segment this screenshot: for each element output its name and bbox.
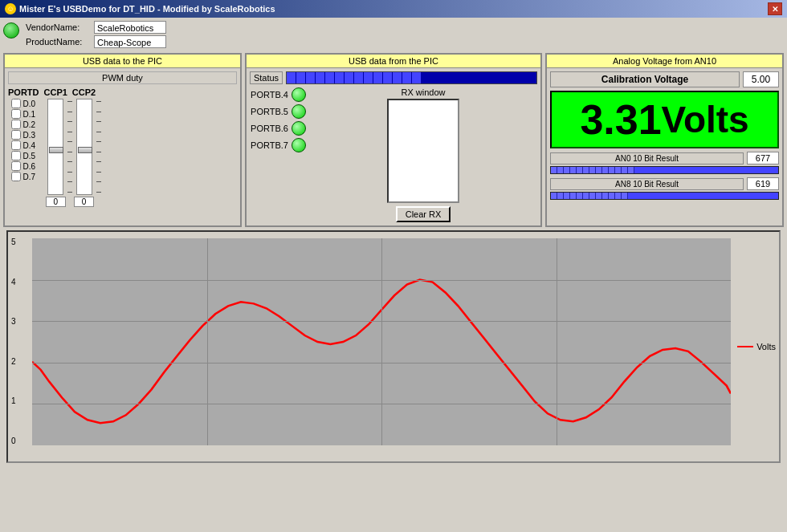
close-button[interactable]: ✕ — [768, 2, 782, 15]
portb5-label: PORTB.5 — [250, 107, 288, 116]
progress-segment — [615, 193, 622, 199]
progress-segment — [577, 193, 583, 199]
ccp1-label: CCP1 — [44, 87, 67, 97]
progress-segment — [602, 167, 609, 173]
rx-label: RX window — [401, 87, 445, 97]
ccp2-slider-thumb[interactable] — [78, 147, 92, 153]
ccp1-slider-thumb[interactable] — [49, 147, 63, 153]
window-title: Mister E's USBDemo for DT_HID - Modified… — [19, 4, 275, 14]
y-label-3: 3 — [11, 318, 16, 326]
progress-segment — [570, 167, 577, 173]
status-label: Status — [250, 71, 283, 84]
progress-segment — [564, 193, 570, 199]
portd-d4-check[interactable] — [11, 140, 21, 150]
usb-from-pic-panel: USB data from the PIC Status — [245, 53, 542, 227]
portd-label: PORTD — [8, 87, 39, 97]
ccp2-slider-container: 0 — [74, 99, 94, 207]
an0-progress — [550, 166, 779, 174]
analog-header: Analog Voltage from AN10 — [547, 55, 782, 68]
clear-rx-button[interactable]: Clear RX — [396, 206, 451, 222]
y-label-2: 2 — [11, 358, 16, 366]
portd-d6-check[interactable] — [11, 161, 21, 171]
top-info: VendorName: ScaleRobotics ProductName: C… — [3, 21, 784, 50]
progress-segment — [589, 167, 596, 173]
progress-segment — [615, 167, 622, 173]
portb7-led — [292, 138, 306, 152]
portb4-label: PORTB.4 — [250, 90, 288, 99]
ccp2-group: CCP2 — [72, 87, 96, 207]
portb6-label: PORTB.6 — [250, 124, 288, 133]
rx-textarea[interactable] — [387, 99, 459, 203]
product-label: ProductName: — [26, 37, 94, 47]
usb-to-pic-header: USB data to the PIC — [5, 55, 240, 68]
panels-row: USB data to the PIC PWM duty PORTD D.0 D… — [3, 53, 784, 227]
portd-group: PORTD D.0 D.1 D.2 D.3 D.4 D.5 D.6 D.7 — [8, 87, 39, 207]
an8-row: AN8 10 Bit Result 619 — [550, 177, 779, 190]
ccp2-label: CCP2 — [72, 87, 96, 97]
progress-segment — [628, 167, 634, 173]
progress-segment — [570, 193, 577, 199]
progress-segment — [596, 193, 602, 199]
progress-segment — [589, 193, 596, 199]
ccp1-value: 0 — [46, 197, 66, 207]
chart-inner — [32, 238, 731, 445]
y-label-4: 4 — [11, 278, 16, 286]
voltage-unit: Volts — [662, 101, 749, 138]
product-value: Cheap-Scope — [94, 35, 166, 48]
analog-panel: Analog Voltage from AN10 Calibration Vol… — [545, 53, 784, 227]
progress-segment — [596, 167, 602, 173]
connection-light — [3, 22, 19, 39]
progress-segment — [557, 193, 564, 199]
progress-segment — [622, 193, 628, 199]
portd-d0-check[interactable] — [11, 99, 21, 108]
progress-segment — [557, 167, 564, 173]
chart-legend: Volts — [737, 342, 776, 351]
an8-value: 619 — [747, 177, 779, 190]
app-icon: ☺ — [5, 3, 16, 14]
progress-segment — [564, 167, 570, 173]
progress-segment — [602, 193, 609, 199]
portd-d7-check[interactable] — [11, 172, 21, 181]
portd-checkboxes: D.0 D.1 D.2 D.3 D.4 D.5 D.6 D.7 — [11, 99, 35, 181]
legend-label: Volts — [756, 342, 776, 351]
status-row: Status — [250, 71, 537, 84]
progress-segment — [622, 167, 628, 173]
progress-segment — [609, 167, 615, 173]
main-content: VendorName: ScaleRobotics ProductName: C… — [0, 18, 787, 532]
portd-d5-check[interactable] — [11, 151, 21, 160]
ccp2-value: 0 — [74, 197, 94, 207]
progress-segment — [577, 167, 583, 173]
calib-row: Calibration Voltage 5.00 — [550, 71, 779, 87]
progress-segment — [583, 167, 589, 173]
pwm-label: PWM duty — [8, 71, 237, 84]
title-bar: ☺ Mister E's USBDemo for DT_HID - Modifi… — [0, 0, 787, 18]
usb-to-pic-panel: USB data to the PIC PWM duty PORTD D.0 D… — [3, 53, 242, 227]
usb-from-pic-header: USB data from the PIC — [247, 55, 540, 68]
ccp1-slider-track — [47, 99, 63, 195]
an8-progress — [550, 192, 779, 200]
an0-row: AN0 10 Bit Result 677 — [550, 152, 779, 164]
y-axis-labels: 5 4 3 2 1 0 — [11, 238, 16, 445]
voltage-number: 3.31 — [580, 99, 661, 140]
portd-d1-check[interactable] — [11, 109, 21, 119]
progress-segment — [583, 193, 589, 199]
portb4-led — [292, 87, 306, 102]
an0-label: AN0 10 Bit Result — [550, 152, 744, 164]
chart-area: 5 4 3 2 1 0 V — [6, 230, 781, 463]
rx-window-section: RX window Clear RX — [309, 87, 537, 222]
calib-value: 5.00 — [743, 71, 779, 87]
portb5-led — [292, 104, 306, 119]
vendor-value: ScaleRobotics — [94, 21, 166, 34]
progress-segment — [551, 193, 557, 199]
info-labels: VendorName: ScaleRobotics ProductName: C… — [26, 21, 166, 50]
portb6-led — [292, 121, 306, 136]
an0-value: 677 — [747, 152, 779, 164]
portb-column: PORTB.4 PORTB.5 PORTB.6 PORTB.7 — [250, 87, 306, 222]
progress-segment — [609, 193, 615, 199]
y-label-1: 1 — [11, 397, 16, 405]
portd-d3-check[interactable] — [11, 130, 21, 140]
portd-d2-check[interactable] — [11, 120, 21, 129]
portb7-label: PORTB.7 — [250, 140, 288, 150]
calib-label: Calibration Voltage — [550, 71, 740, 87]
voltage-display: 3.31 Volts — [550, 91, 779, 148]
